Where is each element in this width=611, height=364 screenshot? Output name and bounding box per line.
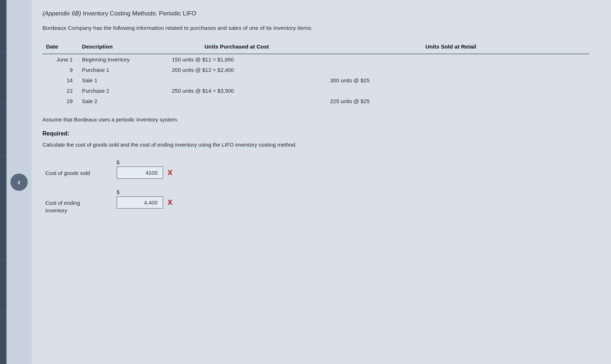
table-row: 14Sale 1300 units @ $25 — [42, 75, 589, 86]
required-label: Required: — [42, 130, 589, 137]
header-description: Description — [78, 41, 161, 54]
sidebar-segment — [0, 208, 6, 260]
header-units-purchased: Units Purchased at Cost — [161, 41, 312, 54]
sidebar-segment — [0, 104, 6, 156]
cell-purchased — [161, 96, 312, 106]
cell-purchased: 250 units @ $14 = $3,500 — [161, 86, 312, 96]
status-x-coe: X — [168, 198, 172, 207]
answer-item-coe: Cost of endinginventory$X — [45, 189, 589, 214]
cell-retail — [312, 54, 589, 65]
value-input-coe[interactable] — [117, 196, 163, 209]
cell-date: 22 — [42, 86, 78, 96]
cell-description: Beginning Inventory — [78, 54, 161, 65]
page-title: (Appendix 6B) Inventory Costing Methods:… — [42, 10, 589, 17]
required-description: Calculate the cost of goods sold and the… — [42, 140, 589, 149]
answer-label-coe: Cost of endinginventory — [45, 189, 110, 214]
cell-date: 14 — [42, 75, 78, 86]
data-table-section: Date Description Units Purchased at Cost… — [42, 41, 589, 106]
page-wrapper: ‹ (Appendix 6B) Inventory Costing Method… — [0, 0, 611, 364]
input-row-coe: X — [117, 196, 172, 209]
title-italic: (Appendix 6B) — [42, 10, 81, 17]
cell-purchased — [161, 75, 312, 86]
title-normal: Inventory Costing Methods: Periodic LIFO — [81, 10, 196, 17]
sidebar-segment — [0, 260, 6, 312]
input-row-cogs: X — [117, 166, 172, 179]
table-row: 9Purchase 1200 units @ $12 = $2,400 — [42, 65, 589, 75]
answer-input-group-coe: $X — [117, 189, 172, 209]
cell-description: Sale 2 — [78, 96, 161, 106]
sidebar-segment — [0, 0, 6, 52]
header-units-retail: Units Sold at Retail — [312, 41, 589, 54]
cell-date: 29 — [42, 96, 78, 106]
header-date: Date — [42, 41, 78, 54]
table-row: 22Purchase 2250 units @ $14 = $3,500 — [42, 86, 589, 96]
table-header-row: Date Description Units Purchased at Cost… — [42, 41, 589, 54]
dollar-sign-cogs: $ — [117, 159, 172, 165]
assume-note: Assume that Bordeaux uses a periodic inv… — [42, 116, 589, 123]
answer-item-cogs: Cost of goods sold$X — [45, 159, 589, 179]
back-icon: ‹ — [18, 177, 20, 187]
table-row: 29Sale 2225 units @ $25 — [42, 96, 589, 106]
cell-date: 9 — [42, 65, 78, 75]
sidebar — [0, 0, 6, 364]
value-input-cogs[interactable] — [117, 166, 163, 179]
cell-retail: 225 units @ $25 — [312, 96, 589, 106]
cell-description: Purchase 2 — [78, 86, 161, 96]
cell-date: June 1 — [42, 54, 78, 65]
answer-input-group-cogs: $X — [117, 159, 172, 179]
cell-description: Sale 1 — [78, 75, 161, 86]
table-row: June 1Beginning Inventory150 units @ $11… — [42, 54, 589, 65]
inventory-table: Date Description Units Purchased at Cost… — [42, 41, 589, 106]
sidebar-segment — [0, 312, 6, 364]
back-navigation: ‹ — [6, 0, 32, 364]
cell-retail — [312, 65, 589, 75]
content-area: (Appendix 6B) Inventory Costing Methods:… — [32, 0, 611, 364]
answers-section: Cost of goods sold$XCost of endinginvent… — [42, 159, 589, 214]
intro-text: Bordeaux Company has the following infor… — [42, 24, 589, 32]
cell-purchased: 200 units @ $12 = $2,400 — [161, 65, 312, 75]
status-x-cogs: X — [168, 169, 172, 177]
sidebar-segment — [0, 156, 6, 208]
cell-retail — [312, 86, 589, 96]
cell-purchased: 150 units @ $11 = $1,650 — [161, 54, 312, 65]
answer-label-cogs: Cost of goods sold — [45, 159, 110, 177]
cell-retail: 300 units @ $25 — [312, 75, 589, 86]
back-button[interactable]: ‹ — [10, 174, 28, 191]
sidebar-segment — [0, 52, 6, 104]
dollar-sign-coe: $ — [117, 189, 172, 195]
cell-description: Purchase 1 — [78, 65, 161, 75]
